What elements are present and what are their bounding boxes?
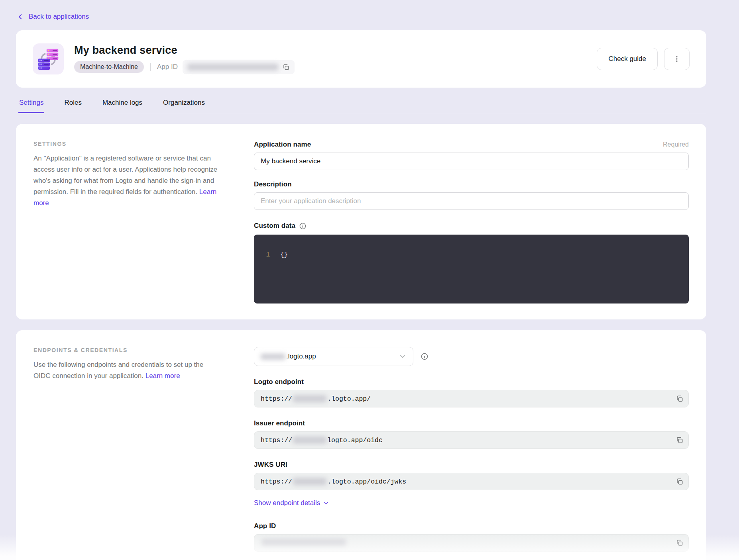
url-suffix: logto.app/oidc xyxy=(327,437,383,444)
description-input[interactable] xyxy=(254,192,689,210)
required-note: Required xyxy=(663,141,689,148)
chevron-down-icon xyxy=(399,352,407,360)
copy-app-id-field-button[interactable] xyxy=(676,539,684,547)
url-redacted-tenant xyxy=(293,395,326,402)
copy-icon xyxy=(676,478,684,486)
app-id-value-pill xyxy=(183,60,295,74)
url-suffix: .logto.app/oidc/jwks xyxy=(327,478,406,486)
check-guide-button[interactable]: Check guide xyxy=(597,48,658,70)
settings-card-form: Application name Required Description Cu… xyxy=(254,141,689,303)
app-id-redacted-value xyxy=(187,64,278,70)
custom-data-label: Custom data xyxy=(254,222,295,230)
url-redacted-tenant xyxy=(293,478,326,485)
copy-icon xyxy=(676,539,684,547)
chevron-down-icon xyxy=(323,500,329,506)
show-endpoint-details-link[interactable]: Show endpoint details xyxy=(254,499,329,507)
tab-roles[interactable]: Roles xyxy=(63,99,82,113)
settings-section-description: An "Application" is a registered softwar… xyxy=(33,155,217,196)
logto-endpoint-label: Logto endpoint xyxy=(254,378,689,386)
endpoints-section-title: ENDPOINTS & CREDENTIALS xyxy=(33,347,221,353)
tab-settings[interactable]: Settings xyxy=(18,99,44,113)
url-prefix: https:// xyxy=(261,437,292,444)
tenant-domain-select[interactable]: .logto.app xyxy=(254,347,413,366)
app-id-field-label: App ID xyxy=(254,522,689,530)
back-link-label: Back to applications xyxy=(29,13,89,21)
info-icon xyxy=(299,222,307,230)
url-prefix: https:// xyxy=(261,478,292,486)
back-to-applications-link[interactable]: Back to applications xyxy=(17,13,89,21)
issuer-endpoint-field[interactable]: https://logto.app/oidc xyxy=(254,431,689,449)
app-header-card: My backend service Machine-to-Machine Ap… xyxy=(16,30,706,88)
issuer-endpoint-label: Issuer endpoint xyxy=(254,419,689,427)
copy-app-id-button[interactable] xyxy=(282,63,290,71)
code-content: {} xyxy=(280,251,288,303)
jwks-uri-label: JWKS URI xyxy=(254,461,689,469)
app-id-label: App ID xyxy=(157,63,178,71)
copy-icon xyxy=(282,63,290,71)
application-details-page: Back to applications xyxy=(0,0,739,560)
logto-endpoint-field[interactable]: https://.logto.app/ xyxy=(254,390,689,407)
machine-to-machine-app-icon xyxy=(33,43,64,74)
settings-section-title: SETTINGS xyxy=(33,141,221,147)
application-name-input[interactable] xyxy=(254,153,689,170)
custom-data-info-button[interactable] xyxy=(299,222,307,230)
page-title: My backend service xyxy=(74,44,295,57)
app-id-redacted-value xyxy=(261,539,346,546)
copy-issuer-endpoint-button[interactable] xyxy=(676,436,684,444)
tenant-domain-suffix: .logto.app xyxy=(286,352,399,360)
endpoints-card-intro: ENDPOINTS & CREDENTIALS Use the followin… xyxy=(33,347,221,553)
show-endpoint-details-label: Show endpoint details xyxy=(254,499,320,507)
tab-bar: Settings Roles Machine logs Organization… xyxy=(16,99,706,113)
tenant-name-redacted xyxy=(261,354,285,360)
settings-card: SETTINGS An "Application" is a registere… xyxy=(16,124,706,319)
custom-data-code-editor[interactable]: 1 {} xyxy=(254,235,689,303)
url-suffix: .logto.app/ xyxy=(327,395,371,403)
endpoints-card: ENDPOINTS & CREDENTIALS Use the followin… xyxy=(16,330,706,560)
endpoints-learn-more-link[interactable]: Learn more xyxy=(145,372,180,380)
url-redacted-tenant xyxy=(293,437,326,444)
description-label: Description xyxy=(254,180,292,188)
tab-machine-logs[interactable]: Machine logs xyxy=(102,99,143,113)
code-line-number: 1 xyxy=(254,251,270,303)
info-icon xyxy=(421,352,428,360)
endpoints-card-form: .logto.app Logto endpoint https://.logto… xyxy=(254,347,689,553)
app-type-badge: Machine-to-Machine xyxy=(74,61,144,73)
kebab-icon xyxy=(673,55,681,63)
application-name-label: Application name xyxy=(254,141,311,149)
copy-icon xyxy=(676,436,684,444)
back-chevron-icon xyxy=(17,13,24,20)
app-id-field[interactable] xyxy=(254,534,689,552)
domain-info-button[interactable] xyxy=(421,352,428,360)
copy-jwks-uri-button[interactable] xyxy=(676,478,684,486)
copy-logto-endpoint-button[interactable] xyxy=(676,395,684,403)
copy-icon xyxy=(676,395,684,403)
jwks-uri-field[interactable]: https://.logto.app/oidc/jwks xyxy=(254,473,689,490)
meta-divider xyxy=(150,63,151,71)
tab-organizations[interactable]: Organizations xyxy=(162,99,206,113)
url-prefix: https:// xyxy=(261,395,292,403)
more-actions-button[interactable] xyxy=(664,48,690,70)
settings-card-intro: SETTINGS An "Application" is a registere… xyxy=(33,141,221,303)
